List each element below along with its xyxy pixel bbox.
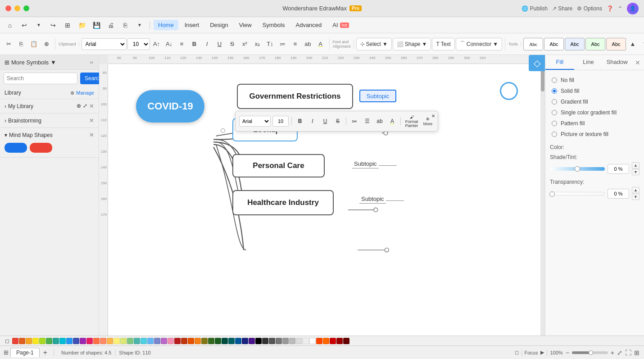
fill-option-solid[interactable]: Solid fill (550, 86, 639, 96)
transparency-bar[interactable] (550, 192, 605, 195)
paste-btn[interactable]: 📋 (28, 38, 40, 50)
print-btn[interactable]: 🖨 (104, 19, 117, 32)
color-swatch-lightlime[interactable] (120, 338, 127, 344)
transparency-value-input[interactable] (608, 189, 629, 199)
color-swatch-dark3[interactable] (276, 338, 282, 344)
close-button[interactable] (5, 5, 11, 11)
popup-list1-btn[interactable]: ≔ (349, 116, 360, 127)
copy-btn[interactable]: ⎘ (119, 19, 132, 32)
color-swatch-forest[interactable] (208, 338, 214, 344)
text-dir-btn[interactable]: T↕ (264, 38, 276, 50)
menu-insert[interactable]: Insert (180, 20, 204, 30)
play-icon[interactable]: ▶ (540, 350, 544, 355)
fill-option-texture[interactable]: Picture or texture fill (550, 129, 639, 140)
fullscreen-btn[interactable]: ⛶ (625, 349, 631, 356)
color-swatch-cyan[interactable] (59, 338, 66, 344)
text-tool-btn[interactable]: T Text (432, 38, 454, 50)
color-swatch-lightgreen[interactable] (127, 338, 133, 344)
zoom-out-btn[interactable]: − (566, 349, 569, 356)
color-swatch-gray2[interactable] (289, 338, 295, 344)
color-swatch-darkgreen[interactable] (215, 338, 221, 344)
color-swatch-black[interactable] (255, 338, 262, 344)
color-swatch-darkred[interactable] (174, 338, 181, 344)
styles-up-arrow[interactable]: ▲ (627, 38, 639, 50)
menu-advanced[interactable]: Advanced (291, 20, 326, 30)
zoom-thumb[interactable] (589, 350, 593, 355)
redo-btn[interactable]: ↪ (47, 19, 59, 32)
color-swatch-darkyellow[interactable] (195, 338, 201, 344)
zoom-slider[interactable] (572, 351, 608, 354)
menu-design[interactable]: Design (205, 20, 232, 30)
expand-lib-icon[interactable]: ⤢ (83, 103, 87, 109)
cut-btn[interactable]: ✂ (3, 38, 14, 50)
color-swatch-lightblue[interactable] (147, 338, 154, 344)
shape-tool-btn[interactable]: ⬜ Shape ▼ (393, 38, 431, 50)
home-icon[interactable]: ⌂ (4, 19, 16, 32)
color-swatch-dark1[interactable] (262, 338, 268, 344)
font-grow-btn[interactable]: A↑ (151, 38, 163, 50)
vertical-scrollbar[interactable] (540, 64, 545, 336)
color-swatch-orange2[interactable] (26, 338, 32, 344)
font-family-select[interactable]: Arial (82, 38, 127, 50)
color-swatch-darkorange2[interactable] (188, 338, 194, 344)
zoom-in-btn[interactable]: + (611, 349, 614, 356)
menu-symbols[interactable]: Symbols (258, 20, 290, 30)
color-swatch-gray1[interactable] (282, 338, 289, 344)
menu-view[interactable]: View (235, 20, 256, 30)
shade-value-input[interactable] (608, 164, 629, 174)
popup-name-btn[interactable]: ab (374, 116, 385, 127)
color-swatch-lavender[interactable] (154, 338, 160, 344)
color-swatch-darkorange1[interactable] (181, 338, 187, 344)
popup-format-painter-btn[interactable]: 🖌 FormatPainter (404, 113, 420, 129)
popup-underline-btn[interactable]: U (320, 116, 331, 127)
healthcare-industry-node[interactable]: Healthcare Industry (232, 190, 334, 215)
transparency-thumb[interactable] (549, 191, 555, 197)
color-swatch-indigo[interactable] (73, 338, 79, 344)
color-swatch-yellow[interactable] (32, 338, 39, 344)
page-1-tab[interactable]: Page-1 (10, 348, 40, 357)
search-input[interactable] (4, 73, 77, 84)
transparency-down-btn[interactable]: ▼ (632, 194, 639, 200)
maximize-button[interactable] (23, 5, 29, 11)
color-swatch-orchid[interactable] (161, 338, 167, 344)
color-swatch-extra4[interactable] (336, 338, 343, 344)
bold-btn[interactable]: B (189, 38, 200, 50)
italic-btn[interactable]: I (201, 38, 213, 50)
save-btn[interactable]: 💾 (90, 19, 103, 32)
options-btn[interactable]: ⚙ Options (577, 5, 602, 12)
color-swatch-dark2[interactable] (269, 338, 275, 344)
fill-swatch-indicator[interactable]: ◻ (4, 337, 11, 345)
open-btn[interactable]: 📁 (76, 19, 88, 32)
close-mindmap-btn[interactable]: ✕ (89, 132, 94, 138)
style-swatch-3[interactable]: Abc (565, 38, 585, 50)
color-swatch-extra2[interactable] (323, 338, 329, 344)
rp-close-btn[interactable]: ✕ (631, 55, 644, 70)
shade-thumb[interactable] (575, 166, 580, 172)
personal-care-node[interactable]: Personal Care (232, 154, 325, 177)
subtopic-3-label[interactable]: Subtopic (359, 195, 386, 204)
style-swatch-4[interactable]: Abc (585, 38, 605, 50)
color-swatch-red2[interactable] (93, 338, 100, 344)
color-swatch-green1[interactable] (46, 338, 52, 344)
color-swatch-lightyellow[interactable] (113, 338, 120, 344)
align-btn[interactable]: ≡ (176, 38, 188, 50)
library-header[interactable]: Library ⊕ Manage (5, 90, 94, 96)
superscript-btn[interactable]: x² (239, 38, 251, 50)
focus-btn[interactable]: Focus (525, 350, 538, 355)
sidebar-collapse-btn[interactable]: ‹‹ (89, 59, 94, 66)
popup-italic-btn[interactable]: I (307, 116, 318, 127)
rp-icon-area[interactable]: ◇ (529, 55, 545, 71)
color-swatch-gray3[interactable] (296, 338, 302, 344)
publish-btn[interactable]: 🌐 Publish (522, 5, 548, 12)
shadow-tab[interactable]: Shadow (603, 55, 631, 70)
minimize-icon[interactable]: ⌃ (618, 5, 622, 12)
undo-down-btn[interactable]: ▼ (32, 19, 45, 32)
color-swatch-olive[interactable] (201, 338, 208, 344)
add-lib-icon[interactable]: ⊕ (77, 103, 81, 109)
popup-color-btn[interactable]: A (387, 116, 398, 127)
government-restrictions-node[interactable]: Government Restrictions (237, 84, 353, 109)
close-brainstorming-btn[interactable]: ✕ (89, 117, 94, 124)
undo-btn[interactable]: ↩ (18, 19, 31, 32)
format-btn[interactable]: ⊕ (41, 38, 52, 50)
popup-font-size[interactable] (272, 116, 289, 127)
